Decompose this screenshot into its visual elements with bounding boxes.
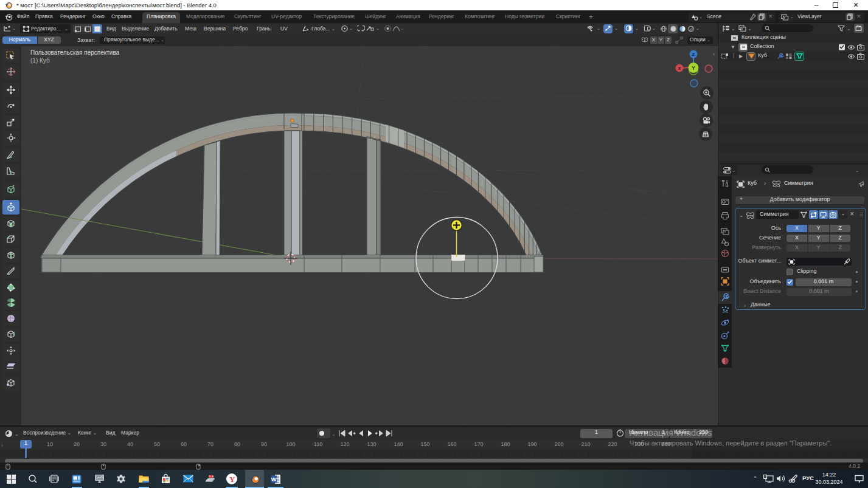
svg-text:Z: Z <box>692 52 695 57</box>
svg-text:Y: Y <box>692 65 695 71</box>
svg-text:W: W <box>271 476 277 483</box>
svg-text:X: X <box>678 66 681 71</box>
